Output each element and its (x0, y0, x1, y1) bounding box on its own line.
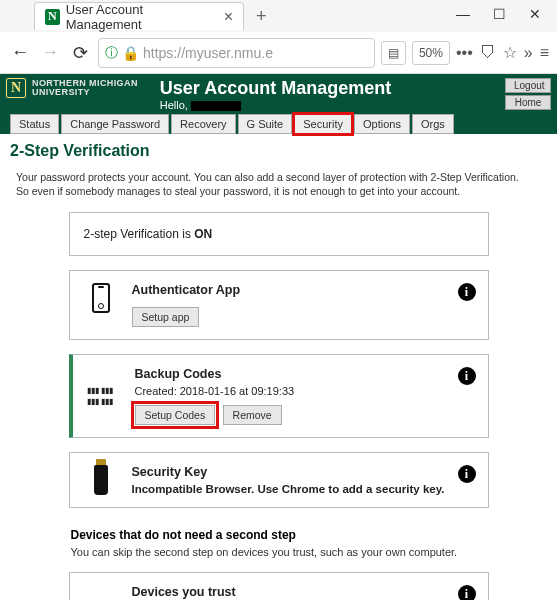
remove-codes-button[interactable]: Remove (223, 405, 282, 425)
lock-icon: 🔒 (122, 45, 139, 61)
backup-codes-card: ▮▮▮▮▮▮ ▮▮▮▮▮▮ Backup Codes Created: 2018… (69, 354, 489, 438)
info-icon[interactable]: i (458, 283, 476, 301)
overflow-icon[interactable]: » (524, 44, 533, 62)
devices-desc: You can skip the second step on devices … (71, 546, 487, 558)
devices-heading: Devices that do not need a second step (71, 528, 487, 542)
setup-app-button[interactable]: Setup app (132, 307, 200, 327)
window-close-button[interactable]: ✕ (517, 0, 553, 28)
url-text: https://myuser.nmu.e (143, 45, 273, 61)
hamburger-menu-icon[interactable]: ≡ (540, 44, 549, 62)
tab-gsuite[interactable]: G Suite (238, 114, 293, 134)
browser-tab[interactable]: N User Account Management × (34, 2, 244, 30)
favicon: N (45, 9, 60, 25)
security-key-msg: Incompatible Browser. Use Chrome to add … (132, 483, 474, 495)
page-tabs: Status Change Password Recovery G Suite … (0, 114, 557, 134)
authenticator-card: Authenticator App Setup app i (69, 270, 489, 340)
reader-view-button[interactable]: ▤ (381, 41, 406, 65)
authenticator-title: Authenticator App (132, 283, 474, 297)
hello-text: Hello, (160, 99, 503, 111)
trusted-devices-card: Devices you trust Devices you have trust… (69, 572, 489, 600)
devices-section: Devices that do not need a second step Y… (69, 522, 489, 558)
tab-options[interactable]: Options (354, 114, 410, 134)
address-bar: ← → ⟳ ⓘ 🔒 https://myuser.nmu.e ▤ 50% •••… (0, 32, 557, 74)
window-minimize-button[interactable]: — (445, 0, 481, 28)
zoom-level[interactable]: 50% (412, 41, 450, 65)
nav-reload-button[interactable]: ⟳ (68, 41, 92, 65)
setup-codes-button[interactable]: Setup Codes (135, 405, 216, 425)
site-info-icon[interactable]: ⓘ (105, 44, 118, 62)
tab-change-password[interactable]: Change Password (61, 114, 169, 134)
tab-close-icon[interactable]: × (224, 8, 233, 26)
backup-title: Backup Codes (135, 367, 474, 381)
new-tab-button[interactable]: + (250, 6, 273, 27)
window-maximize-button[interactable]: ☐ (481, 0, 517, 28)
intro-text: Your password protects your account. You… (10, 170, 547, 212)
tab-recovery[interactable]: Recovery (171, 114, 235, 134)
phone-icon (92, 283, 110, 313)
redacted-name (191, 101, 241, 111)
bookmark-star-icon[interactable]: ☆ (503, 43, 517, 62)
more-actions-icon[interactable]: ••• (456, 44, 473, 62)
status-text: 2-step Verification is ON (84, 227, 213, 241)
tab-status[interactable]: Status (10, 114, 59, 134)
tab-security[interactable]: Security (294, 114, 352, 134)
info-icon[interactable]: i (458, 465, 476, 483)
tab-orgs[interactable]: Orgs (412, 114, 454, 134)
browser-tab-bar: N User Account Management × + — ☐ ✕ (0, 0, 557, 32)
info-icon[interactable]: i (458, 367, 476, 385)
usb-key-icon (94, 465, 108, 495)
page-title: 2-Step Verification (10, 140, 547, 170)
home-link[interactable]: Home (505, 95, 551, 110)
nav-forward-button[interactable]: → (38, 41, 62, 65)
info-icon[interactable]: i (458, 585, 476, 600)
url-input[interactable]: ⓘ 🔒 https://myuser.nmu.e (98, 38, 375, 68)
logout-link[interactable]: Logout (505, 78, 551, 93)
backup-created: Created: 2018-01-16 at 09:19:33 (135, 385, 474, 397)
security-key-title: Security Key (132, 465, 474, 479)
university-name-line2: UNIVERSITY (32, 88, 138, 97)
tab-title: User Account Management (66, 2, 210, 32)
university-logo: N NORTHERN MICHIGAN UNIVERSITY (6, 78, 138, 98)
trust-title: Devices you trust (132, 585, 474, 599)
pocket-icon[interactable]: ⛉ (480, 44, 496, 62)
barcode-icon: ▮▮▮▮▮▮ ▮▮▮▮▮▮ (87, 367, 121, 425)
security-key-card: Security Key Incompatible Browser. Use C… (69, 452, 489, 508)
status-card: 2-step Verification is ON (69, 212, 489, 256)
nav-back-button[interactable]: ← (8, 41, 32, 65)
app-title: User Account Management (160, 78, 503, 99)
